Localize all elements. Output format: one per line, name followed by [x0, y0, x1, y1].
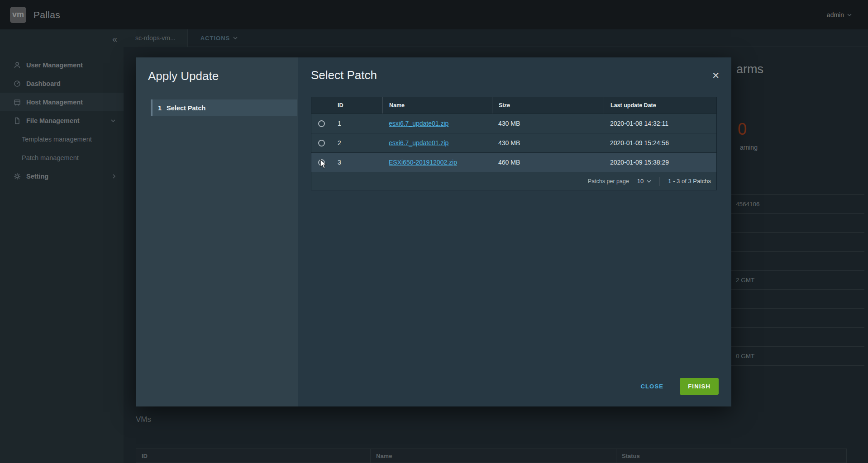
patch-size: 430 MB	[492, 120, 604, 127]
wizard-step-select-patch[interactable]: 1 Select Patch	[151, 99, 297, 116]
patch-radio[interactable]	[318, 140, 325, 146]
step-number: 1	[158, 104, 162, 112]
patch-id: 3	[331, 159, 382, 166]
patch-id: 1	[331, 120, 382, 127]
pagination-range: 1 - 3 of 3 Patchs	[668, 178, 711, 184]
patch-link[interactable]: esxi6.7_update01.zip	[389, 139, 448, 146]
step-label: Select Patch	[167, 104, 205, 112]
header-name: Name	[382, 97, 492, 113]
panel-title: Select Patch	[311, 68, 377, 82]
per-page-select[interactable]: 10	[637, 178, 651, 184]
patch-link[interactable]: ESXi650-201912002.zip	[389, 159, 457, 166]
patch-row: 3 ESXi650-201912002.zip 460 MB 2020-01-0…	[311, 152, 716, 172]
patch-row: 2 esxi6.7_update01.zip 430 MB 2020-01-09…	[311, 133, 716, 152]
footer-divider	[659, 177, 660, 186]
patch-size: 460 MB	[492, 159, 604, 166]
per-page-value: 10	[637, 178, 644, 184]
radio-column-header	[311, 97, 331, 113]
header-id: ID	[331, 97, 382, 113]
close-icon[interactable]: ✕	[710, 68, 721, 83]
finish-button[interactable]: FINISH	[680, 378, 719, 395]
modal-footer: CLOSE FINISH	[638, 378, 719, 395]
per-page-label: Patchs per page	[588, 178, 629, 184]
patch-size: 430 MB	[492, 139, 604, 146]
header-date: Last update Date	[604, 97, 717, 113]
chevron-down-icon	[647, 180, 651, 183]
patch-date: 2020-01-09 15:24:56	[604, 139, 717, 146]
patch-date: 2020-01-08 14:32:11	[604, 120, 717, 127]
patch-date: 2020-01-09 15:38:29	[604, 159, 717, 166]
patch-id: 2	[331, 139, 382, 146]
apply-update-modal: Apply Update 1 Select Patch Select Patch…	[136, 57, 731, 406]
patch-radio[interactable]	[318, 120, 325, 127]
close-button[interactable]: CLOSE	[638, 383, 666, 390]
wizard-steps-panel: Apply Update 1 Select Patch	[136, 57, 298, 406]
modal-title: Apply Update	[148, 69, 219, 83]
header-size: Size	[492, 97, 604, 113]
patch-link[interactable]: esxi6.7_update01.zip	[389, 120, 448, 127]
patch-table-header: ID Name Size Last update Date	[311, 97, 716, 113]
patch-radio[interactable]	[318, 159, 325, 166]
patch-row: 1 esxi6.7_update01.zip 430 MB 2020-01-08…	[311, 113, 716, 133]
patch-table-footer: Patchs per page 10 1 - 3 of 3 Patchs	[311, 172, 716, 190]
select-patch-panel: Select Patch ✕ ID Name Size Last update …	[298, 57, 731, 406]
patch-table: ID Name Size Last update Date 1 esxi6.7_…	[311, 97, 717, 190]
